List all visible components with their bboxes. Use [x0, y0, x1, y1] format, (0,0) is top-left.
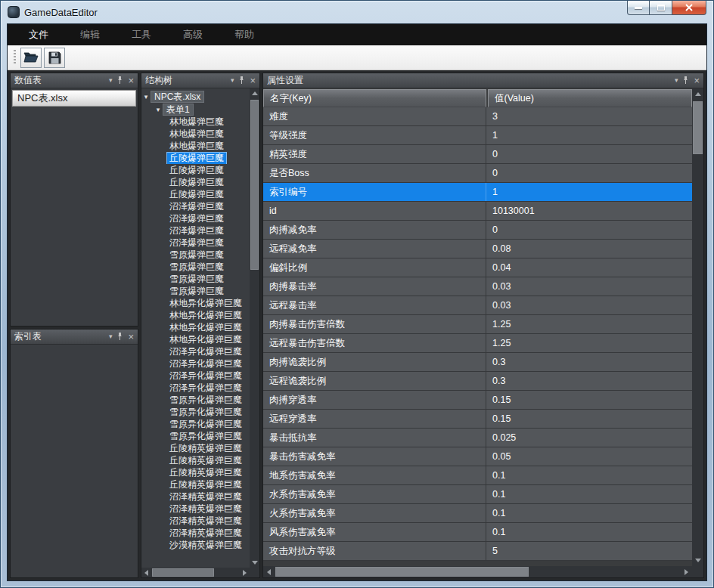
property-row[interactable]: 肉搏减免率 0 [263, 221, 692, 240]
property-value[interactable]: 0.08 [486, 240, 692, 258]
close-icon[interactable]: × [694, 76, 700, 85]
property-key[interactable]: 水系伤害减免率 [263, 485, 486, 503]
property-key[interactable]: id [263, 202, 486, 220]
property-key[interactable]: 暴击伤害减免率 [263, 447, 486, 466]
property-value[interactable]: 3 [486, 107, 692, 125]
chevron-down-icon[interactable]: ▾ [675, 77, 678, 84]
column-header-key[interactable]: 名字(Key) [263, 89, 486, 107]
tree-item[interactable]: 沼泽异化爆弹巨魔 [141, 345, 250, 357]
tree-item[interactable]: 林地异化爆弹巨魔 [141, 309, 250, 321]
properties-horizontal-scrollbar[interactable] [263, 566, 692, 577]
property-row[interactable]: 远程暴击率 0.03 [263, 296, 692, 315]
tree-item[interactable]: 雪原爆弹巨魔 [141, 249, 250, 261]
column-header-value[interactable]: 值(Value) [488, 89, 692, 107]
property-key[interactable]: 肉搏暴击率 [263, 277, 486, 296]
structure-tree-panel-header[interactable]: 结构树 ▾ × [141, 73, 259, 88]
property-value[interactable]: 0.1 [486, 485, 692, 503]
property-value[interactable]: 0.15 [486, 410, 692, 428]
property-row[interactable]: 是否Boss 0 [263, 164, 692, 183]
property-value[interactable]: 1.25 [486, 315, 692, 333]
tree-vscroll-thumb[interactable] [250, 100, 259, 270]
scroll-left-arrow[interactable] [263, 566, 275, 577]
property-key[interactable]: 肉搏暴击伤害倍数 [263, 315, 486, 333]
chevron-down-icon[interactable]: ▾ [109, 77, 113, 84]
property-key[interactable]: 风系伤害减免率 [263, 523, 486, 541]
property-row[interactable]: 水系伤害减免率 0.1 [263, 485, 692, 504]
property-row[interactable]: 风系伤害减免率 0.1 [263, 523, 692, 542]
tree-horizontal-scrollbar[interactable] [141, 568, 250, 577]
menu-item[interactable]: 工具 [116, 24, 167, 45]
property-value[interactable]: 0.1 [486, 523, 692, 541]
property-value[interactable]: 0 [486, 221, 692, 239]
property-value[interactable]: 5 [486, 542, 692, 560]
property-key[interactable]: 偏斜比例 [263, 258, 486, 277]
property-key[interactable]: 是否Boss [263, 164, 486, 182]
scroll-right-arrow[interactable] [681, 566, 692, 577]
property-value[interactable]: 0.1 [486, 466, 692, 484]
tree-item[interactable]: 丘陵爆弹巨魔 [141, 164, 250, 176]
close-icon[interactable]: × [128, 332, 134, 342]
property-key[interactable]: 地系伤害减免率 [263, 466, 486, 484]
property-value[interactable]: 0.3 [486, 372, 692, 390]
property-value[interactable]: 1 [486, 183, 692, 201]
save-file-button[interactable] [44, 48, 65, 68]
property-value[interactable]: 1.25 [486, 334, 692, 352]
property-value[interactable]: 1 [486, 126, 692, 144]
property-value[interactable]: 0.15 [486, 391, 692, 409]
scroll-up-arrow[interactable] [250, 88, 259, 98]
property-row[interactable]: 肉搏诡袭比例 0.3 [263, 353, 692, 372]
maximize-button[interactable] [650, 1, 672, 15]
menu-item[interactable]: 编辑 [64, 24, 116, 45]
menu-item[interactable]: 文件 [13, 24, 64, 45]
close-icon[interactable]: × [250, 76, 256, 85]
value-table-panel-header[interactable]: 数值表 ▾ × [11, 73, 138, 88]
tree-item[interactable]: 丘陵爆弹巨魔 [141, 152, 250, 164]
pin-icon[interactable] [116, 333, 123, 341]
chevron-down-icon[interactable]: ▾ [231, 77, 234, 84]
property-row[interactable]: 地系伤害减免率 0.1 [263, 466, 692, 485]
properties-vscroll-thumb[interactable] [693, 101, 703, 154]
tree-item[interactable]: 丘陵精英爆弹巨魔 [141, 466, 250, 478]
tree-item[interactable]: 丘陵精英爆弹巨魔 [141, 454, 250, 466]
property-row[interactable]: 远程暴击伤害倍数 1.25 [263, 334, 692, 353]
tree-expander-icon[interactable]: ▾ [141, 93, 151, 101]
property-key[interactable]: 肉搏穿透率 [263, 391, 486, 409]
tree-item[interactable]: 沼泽精英爆弹巨魔 [141, 527, 250, 539]
pin-icon[interactable] [116, 76, 123, 85]
tree-item[interactable]: 沼泽精英爆弹巨魔 [141, 503, 250, 515]
tree-item[interactable]: 雪原爆弹巨魔 [141, 273, 250, 285]
tree-item[interactable]: 沼泽精英爆弹巨魔 [141, 515, 250, 527]
property-key[interactable]: 远程暴击伤害倍数 [263, 334, 486, 352]
property-row[interactable]: 暴击伤害减免率 0.05 [263, 447, 692, 466]
pin-icon[interactable] [238, 76, 245, 85]
property-key[interactable]: 远程穿透率 [263, 410, 486, 428]
tree-item[interactable]: 雪原爆弹巨魔 [141, 285, 250, 297]
tree-sheet-label[interactable]: 表单1 [163, 104, 194, 116]
close-button[interactable] [672, 1, 706, 15]
property-row[interactable]: 肉搏暴击伤害倍数 1.25 [263, 315, 692, 334]
tree-item[interactable]: 沼泽爆弹巨魔 [141, 200, 250, 212]
pin-icon[interactable] [682, 76, 689, 85]
menu-item[interactable]: 高级 [167, 24, 219, 45]
property-value[interactable]: 0.03 [486, 296, 692, 314]
tree-item[interactable]: 林地异化爆弹巨魔 [141, 321, 250, 333]
menu-item[interactable]: 帮助 [219, 24, 270, 45]
property-row[interactable]: 肉搏穿透率 0.15 [263, 391, 692, 410]
tree-item[interactable]: 林地爆弹巨魔 [141, 140, 250, 152]
tree-item[interactable]: 林地爆弹巨魔 [141, 116, 250, 128]
property-key[interactable]: 攻击对抗方等级 [263, 542, 486, 560]
tree-item[interactable]: 丘陵爆弹巨魔 [141, 176, 250, 188]
tree-item[interactable]: 林地异化爆弹巨魔 [141, 297, 250, 309]
property-row[interactable]: 偏斜比例 0.04 [263, 258, 692, 277]
open-file-button[interactable] [20, 48, 42, 68]
tree-expander-icon[interactable]: ▾ [154, 106, 163, 113]
tree-root-node[interactable]: ▾ NPC表.xlsx [141, 90, 250, 103]
tree-item[interactable]: 雪原异化爆弹巨魔 [141, 394, 250, 406]
property-row[interactable]: 精英强度 0 [263, 145, 692, 164]
property-row[interactable]: 远程减免率 0.08 [263, 240, 692, 258]
property-row[interactable]: 攻击对抗方等级 5 [263, 542, 692, 561]
property-value[interactable]: 0.3 [486, 353, 692, 371]
tree-item[interactable]: 雪原异化爆弹巨魔 [141, 418, 250, 430]
index-table-panel-header[interactable]: 索引表 ▾ × [11, 330, 138, 345]
tree-item[interactable]: 沼泽异化爆弹巨魔 [141, 357, 250, 370]
